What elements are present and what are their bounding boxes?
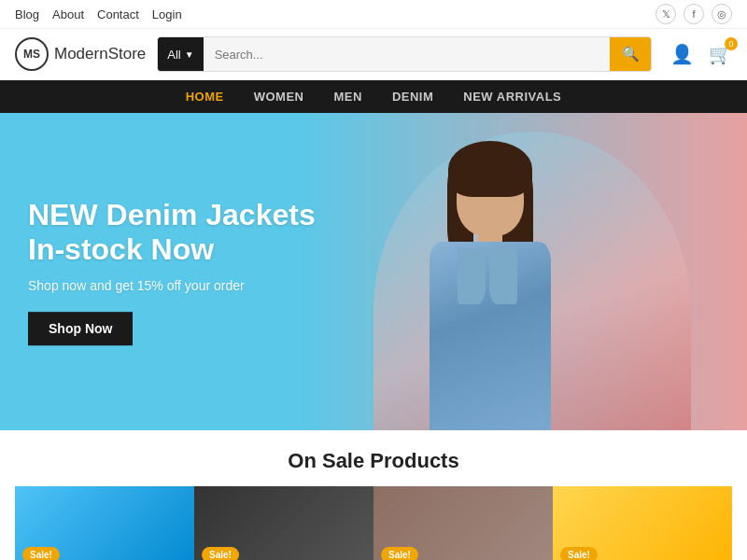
- instagram-icon[interactable]: ◎: [712, 4, 732, 24]
- search-input[interactable]: [204, 37, 610, 71]
- about-link[interactable]: About: [52, 7, 84, 21]
- sale-badge-3: Sale!: [381, 547, 418, 560]
- logo-bold: Modern: [54, 45, 108, 63]
- hero-banner: NEW Denim Jackets In-stock Now Shop now …: [0, 113, 747, 430]
- nav-item-men[interactable]: MEN: [334, 90, 362, 104]
- search-bar: All ▼ 🔍: [157, 36, 652, 72]
- sale-card-3[interactable]: Sale!: [374, 486, 553, 560]
- facebook-icon[interactable]: f: [684, 4, 704, 24]
- on-sale-title: On Sale Products: [15, 449, 732, 473]
- shop-now-button[interactable]: Shop Now: [28, 312, 133, 345]
- hero-title: NEW Denim Jackets In-stock Now: [28, 198, 327, 267]
- contact-link[interactable]: Contact: [97, 7, 139, 21]
- nav-item-new-arrivals[interactable]: NEW ARRIVALS: [463, 90, 561, 104]
- twitter-icon[interactable]: 𝕏: [655, 4, 676, 24]
- logo[interactable]: MS ModernStore: [15, 37, 146, 71]
- hero-content: NEW Denim Jackets In-stock Now Shop now …: [28, 198, 327, 345]
- chevron-down-icon: ▼: [185, 49, 194, 60]
- hero-figure: [327, 113, 654, 430]
- sale-badge-4: Sale!: [560, 547, 598, 560]
- logo-circle: MS: [15, 37, 49, 71]
- sale-card-2[interactable]: Sale!: [194, 486, 374, 560]
- blog-link[interactable]: Blog: [15, 7, 39, 21]
- nav-item-women[interactable]: WOMEN: [254, 90, 304, 104]
- search-category-label: All: [167, 48, 180, 62]
- main-nav: HOME WOMEN MEN DENIM NEW ARRIVALS: [0, 80, 747, 113]
- nav-item-denim[interactable]: DENIM: [392, 90, 433, 104]
- top-bar-social: 𝕏 f ◎: [655, 4, 732, 24]
- top-bar-links: Blog About Contact Login: [15, 7, 182, 21]
- on-sale-section: On Sale Products Sale! Sale! Sale! Sale!: [0, 430, 747, 560]
- header-icons: 👤 🛒 0: [670, 43, 732, 65]
- sale-products: Sale! Sale! Sale! Sale!: [15, 486, 732, 560]
- search-button[interactable]: 🔍: [610, 37, 651, 71]
- header: MS ModernStore All ▼ 🔍 👤 🛒 0: [0, 29, 747, 80]
- sale-badge-1: Sale!: [22, 547, 60, 560]
- user-icon[interactable]: 👤: [670, 43, 694, 65]
- sale-card-1[interactable]: Sale!: [15, 486, 194, 560]
- login-link[interactable]: Login: [152, 7, 182, 21]
- logo-light: Store: [108, 45, 147, 63]
- hero-subtitle: Shop now and get 15% off your order: [28, 278, 327, 293]
- search-category-button[interactable]: All ▼: [158, 37, 203, 71]
- sale-badge-2: Sale!: [202, 547, 239, 560]
- search-icon: 🔍: [622, 46, 640, 63]
- cart-icon[interactable]: 🛒 0: [709, 43, 732, 65]
- sale-card-4[interactable]: Sale!: [553, 486, 732, 560]
- logo-text: ModernStore: [54, 45, 146, 63]
- cart-badge: 0: [725, 37, 738, 50]
- top-bar: Blog About Contact Login 𝕏 f ◎: [0, 0, 747, 29]
- nav-item-home[interactable]: HOME: [186, 90, 224, 104]
